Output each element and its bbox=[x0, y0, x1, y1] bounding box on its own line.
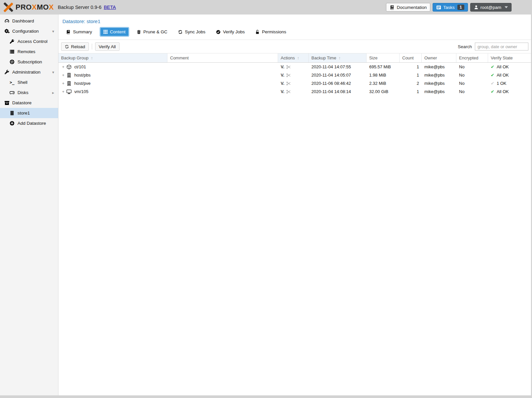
archive-icon bbox=[4, 100, 10, 106]
column-header-owner[interactable]: Owner bbox=[422, 53, 456, 62]
sort-asc-icon: ↑ bbox=[91, 55, 93, 60]
count-cell: 1 bbox=[400, 89, 422, 94]
sidebar-item-label: Disks bbox=[18, 90, 28, 95]
chevron-down-icon bbox=[505, 6, 508, 8]
column-header-encrypted[interactable]: Encrypted bbox=[456, 53, 488, 62]
tab-prune-gc[interactable]: Prune & GC bbox=[134, 28, 170, 36]
owner-cell: mike@pbs bbox=[422, 64, 456, 69]
verify-action[interactable]: V. bbox=[281, 64, 284, 69]
table-row[interactable]: + host/pve V. 2020-11-06 08:46:42 2.32 M… bbox=[58, 79, 531, 87]
tab-verify-jobs[interactable]: Verify Jobs bbox=[213, 28, 248, 36]
table-row[interactable]: + host/pbs V. 2020-11-04 14:05:07 1.98 M… bbox=[58, 71, 531, 79]
sidebar-item-datastore[interactable]: Datastore bbox=[0, 98, 58, 108]
search-input[interactable] bbox=[475, 43, 528, 50]
tab-content[interactable]: Content bbox=[100, 28, 128, 36]
tab-label: Sync Jobs bbox=[185, 29, 205, 34]
expand-icon[interactable]: + bbox=[61, 73, 65, 78]
prune-scissors-icon[interactable] bbox=[286, 65, 291, 69]
sort-asc-icon: ↑ bbox=[297, 55, 300, 60]
list-icon bbox=[9, 49, 15, 54]
table-row[interactable]: + ct/101 V. 2020-11-04 14:07:55 695.57 M… bbox=[58, 63, 531, 71]
tab-summary[interactable]: Summary bbox=[63, 28, 95, 36]
sidebar-item-remotes[interactable]: Remotes bbox=[0, 47, 58, 57]
verify-action[interactable]: V. bbox=[281, 81, 284, 86]
sidebar-item-store1[interactable]: store1 bbox=[0, 108, 58, 118]
sidebar-item-configuration[interactable]: Configuration ▾ bbox=[0, 26, 58, 36]
building-icon bbox=[66, 73, 72, 78]
user-icon bbox=[474, 5, 479, 10]
user-menu-button[interactable]: root@pam bbox=[470, 3, 512, 12]
sidebar-item-label: Datastore bbox=[12, 100, 32, 105]
sidebar-item-label: store1 bbox=[18, 111, 30, 116]
expand-icon[interactable]: + bbox=[61, 81, 65, 86]
verify-state-cell: ✔ All OK bbox=[488, 89, 531, 94]
encrypted-cell: No bbox=[456, 81, 488, 86]
table-row[interactable]: + vm/105 V. 2020-11-04 14:08:14 32.00 Gi… bbox=[58, 87, 531, 96]
tab-sync-jobs[interactable]: Sync Jobs bbox=[175, 28, 208, 36]
dashboard-icon bbox=[4, 18, 10, 24]
sidebar-item-shell[interactable]: >_ Shell bbox=[0, 77, 58, 87]
owner-cell: mike@pbs bbox=[422, 73, 456, 78]
sidebar-item-disks[interactable]: Disks ▸ bbox=[0, 87, 58, 98]
toolbar: Reload Verify All Search bbox=[58, 40, 531, 53]
terminal-icon: >_ bbox=[9, 80, 15, 85]
actions-cell: V. bbox=[278, 73, 309, 78]
column-header-actions[interactable]: Actions↑ bbox=[278, 53, 309, 62]
size-cell: 1.98 MiB bbox=[367, 73, 400, 78]
sidebar-item-dashboard[interactable]: Dashboard bbox=[0, 16, 58, 26]
documentation-label: Documentation bbox=[397, 5, 427, 10]
page-title: Datastore: store1 bbox=[58, 15, 531, 25]
prune-scissors-icon[interactable] bbox=[286, 73, 291, 77]
proxmox-wordmark: PROXMOX bbox=[16, 3, 54, 12]
sidebar-item-add-datastore[interactable]: Add Datastore bbox=[0, 118, 58, 128]
sidebar-item-subscription[interactable]: Subscription bbox=[0, 57, 58, 67]
column-header-backup-group[interactable]: Backup Group↑ bbox=[58, 53, 167, 62]
expand-icon[interactable]: + bbox=[61, 89, 65, 94]
size-cell: 695.57 MiB bbox=[367, 64, 400, 69]
verify-all-button[interactable]: Verify All bbox=[95, 42, 120, 51]
encrypted-cell: No bbox=[456, 64, 488, 69]
sidebar-item-label: Access Control bbox=[18, 39, 48, 44]
check-icon: ✔ bbox=[491, 73, 494, 78]
backup-time-cell: 2020-11-04 14:08:14 bbox=[309, 89, 367, 94]
sidebar-item-administration[interactable]: Administration ▾ bbox=[0, 67, 58, 77]
beta-link[interactable]: BETA bbox=[104, 5, 116, 10]
expand-icon[interactable]: + bbox=[61, 65, 65, 69]
size-cell: 32.00 GiB bbox=[367, 89, 400, 94]
verify-action[interactable]: V. bbox=[281, 89, 284, 94]
plus-circle-icon bbox=[9, 120, 15, 126]
tab-label: Verify Jobs bbox=[223, 29, 245, 34]
tasks-label: Tasks bbox=[443, 5, 455, 10]
product-name: Backup Server 0.9-6 bbox=[58, 5, 101, 10]
column-header-comment[interactable]: Comment bbox=[167, 53, 278, 62]
column-header-size[interactable]: Size bbox=[367, 53, 400, 62]
reload-label: Reload bbox=[71, 44, 85, 49]
proxmox-logo: PROXMOX bbox=[3, 2, 54, 12]
gears-icon bbox=[4, 28, 10, 34]
backup-time-cell: 2020-11-06 08:46:42 bbox=[309, 81, 367, 86]
size-cell: 2.32 MiB bbox=[367, 81, 400, 86]
column-header-count[interactable]: Count bbox=[400, 53, 422, 62]
toolbar-separator bbox=[92, 44, 92, 50]
verify-action[interactable]: V. bbox=[281, 73, 284, 78]
sidebar: Dashboard Configuration ▾ Access Control… bbox=[0, 15, 58, 395]
tab-permissions[interactable]: Permissions bbox=[252, 28, 289, 36]
prune-scissors-icon[interactable] bbox=[286, 90, 291, 94]
sidebar-item-label: Shell bbox=[18, 80, 27, 85]
reload-button[interactable]: Reload bbox=[61, 42, 89, 51]
verify-all-label: Verify All bbox=[99, 44, 116, 49]
database-icon bbox=[9, 110, 15, 116]
book-icon bbox=[390, 5, 395, 10]
count-cell: 1 bbox=[400, 73, 422, 78]
column-header-backup-time[interactable]: Backup Time↑ bbox=[309, 53, 367, 62]
column-header-verify-state[interactable]: Verify State bbox=[488, 53, 531, 62]
tasks-button[interactable]: Tasks 1 bbox=[433, 3, 468, 12]
grid-body: + ct/101 V. 2020-11-04 14:07:55 695.57 M… bbox=[58, 63, 531, 395]
check-icon: ✔ bbox=[491, 81, 494, 86]
prune-scissors-icon[interactable] bbox=[286, 82, 291, 85]
tab-label: Content bbox=[110, 29, 125, 34]
documentation-button[interactable]: Documentation bbox=[386, 3, 430, 12]
book-icon bbox=[66, 30, 71, 34]
caret-down-icon: ▾ bbox=[52, 70, 54, 75]
sidebar-item-access-control[interactable]: Access Control bbox=[0, 36, 58, 47]
